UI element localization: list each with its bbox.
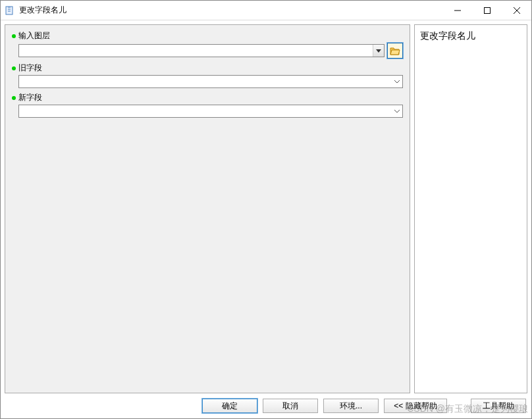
required-bullet-icon — [12, 34, 16, 38]
required-bullet-icon — [12, 96, 16, 100]
field-label: 旧字段 — [18, 62, 42, 74]
svg-rect-2 — [484, 7, 490, 13]
field-label: 输入图层 — [18, 30, 50, 41]
parameters-scroll[interactable]: 输入图层 — [5, 25, 410, 393]
hide-help-button[interactable]: << 隐藏帮助 — [384, 399, 447, 413]
button-bar: 确定 取消 环境... << 隐藏帮助 工具帮助 — [1, 393, 531, 418]
browse-button[interactable] — [387, 43, 403, 59]
titlebar: 更改字段名儿 — [1, 1, 531, 20]
help-panel[interactable]: 更改字段名儿 — [414, 24, 527, 393]
help-title: 更改字段名儿 — [420, 30, 521, 42]
field-old-field: 旧字段 — [12, 62, 403, 88]
field-input-layer: 输入图层 — [12, 30, 403, 59]
chevron-down-icon — [373, 45, 384, 57]
environments-button[interactable]: 环境... — [323, 399, 379, 413]
maximize-button[interactable] — [472, 1, 502, 20]
tool-help-button[interactable]: 工具帮助 — [471, 399, 526, 413]
cancel-button[interactable]: 取消 — [263, 399, 318, 413]
app-icon — [5, 5, 15, 16]
content-area: 输入图层 — [1, 20, 531, 393]
window-controls — [442, 1, 531, 20]
field-new-field: 新字段 — [12, 92, 403, 118]
field-label: 新字段 — [18, 92, 42, 103]
new-field-dropdown[interactable] — [18, 105, 403, 118]
ok-button[interactable]: 确定 — [202, 399, 257, 413]
minimize-button[interactable] — [442, 1, 472, 20]
dialog-window: 更改字段名儿 输入图层 — [0, 0, 532, 419]
chevron-down-icon — [391, 76, 402, 87]
window-title: 更改字段名儿 — [19, 5, 442, 16]
svg-rect-0 — [6, 7, 13, 14]
close-button[interactable] — [502, 1, 531, 20]
required-bullet-icon — [12, 66, 16, 70]
input-layer-dropdown[interactable] — [18, 44, 385, 57]
chevron-down-icon — [391, 105, 402, 117]
parameters-panel: 输入图层 — [5, 24, 410, 393]
old-field-dropdown[interactable] — [18, 75, 403, 88]
